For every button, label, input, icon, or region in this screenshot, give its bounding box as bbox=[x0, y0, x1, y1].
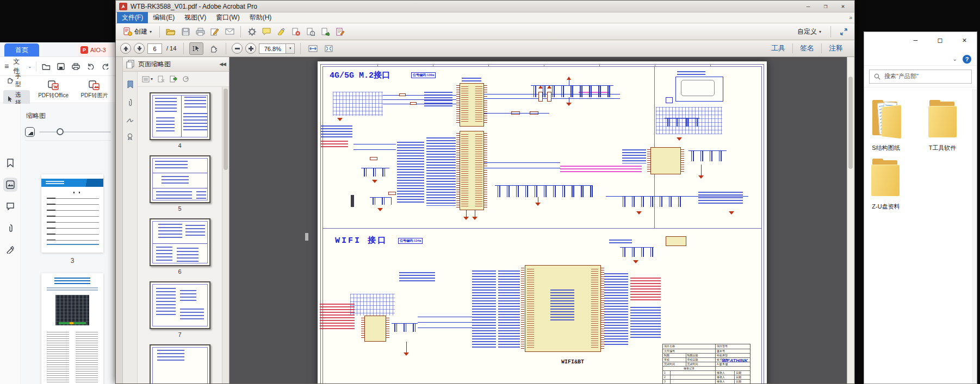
attachment-icon[interactable] bbox=[3, 221, 17, 235]
forms-icon[interactable] bbox=[333, 25, 346, 38]
thumbnail-size-slider[interactable] bbox=[39, 131, 111, 133]
page-thumbnail[interactable] bbox=[150, 155, 210, 203]
pdf-to-image-button[interactable]: PDF转图片 bbox=[77, 80, 112, 99]
create-button[interactable]: 创建 ▾ bbox=[120, 25, 155, 39]
attachments-icon[interactable] bbox=[127, 98, 133, 106]
tab-home[interactable]: 首页 bbox=[4, 43, 39, 56]
customize-button[interactable]: 自定义 ▾ bbox=[794, 25, 824, 39]
folder-item[interactable] bbox=[870, 99, 901, 142]
thumbnails-icon[interactable] bbox=[3, 178, 17, 192]
tb-cell: 日期 bbox=[734, 371, 750, 375]
hamburger-icon[interactable]: ≡ bbox=[4, 62, 9, 70]
slider-knob[interactable] bbox=[57, 128, 64, 135]
acrobat-titlebar[interactable]: WTB-RK3588_V01.pdf - Adobe Acrobat Pro —… bbox=[116, 1, 854, 12]
delete-pages-icon[interactable] bbox=[289, 25, 302, 38]
menu-window[interactable]: 窗口(W) bbox=[211, 12, 244, 23]
comment-icon[interactable] bbox=[3, 199, 17, 213]
fit-width-icon[interactable] bbox=[306, 42, 319, 55]
pdf-to-office-button[interactable]: PDF转Office bbox=[35, 80, 71, 99]
document-area: 4G/5G M.2接口 位号编码:130a bbox=[230, 57, 854, 383]
help-icon[interactable]: ? bbox=[963, 55, 971, 64]
insert-page-icon[interactable] bbox=[170, 75, 177, 83]
page-thumbnail[interactable] bbox=[150, 92, 210, 140]
sheet-name-label: WIFI&BT bbox=[561, 359, 584, 365]
sign-icon[interactable] bbox=[208, 25, 221, 38]
close-button[interactable]: ✕ bbox=[835, 2, 851, 11]
print-icon[interactable] bbox=[194, 25, 207, 38]
page-total-label: / 14 bbox=[166, 45, 176, 52]
pdf-doc-icon: P bbox=[80, 46, 88, 54]
delete-page-icon[interactable] bbox=[158, 75, 165, 83]
tab-document[interactable]: P AIO-3 bbox=[77, 43, 115, 56]
ribbon-collapse-icon[interactable]: ⌄ bbox=[953, 56, 957, 62]
explorer-scrollbar[interactable] bbox=[972, 89, 977, 383]
panel-options-icon[interactable]: ▾ bbox=[142, 76, 153, 83]
stamp-icon[interactable] bbox=[3, 243, 17, 257]
tab-tools[interactable]: 工具 bbox=[764, 43, 792, 53]
select-tool-button[interactable] bbox=[189, 42, 203, 55]
expand-icon[interactable] bbox=[837, 25, 850, 38]
minimize-button[interactable]: — bbox=[800, 2, 816, 11]
menu-view[interactable]: 视图(V) bbox=[179, 12, 211, 23]
rotate-page-icon[interactable] bbox=[182, 75, 189, 83]
zoom-in-button[interactable] bbox=[245, 43, 256, 54]
bookmarks-icon[interactable] bbox=[127, 80, 134, 89]
bookmark-icon[interactable] bbox=[3, 156, 17, 170]
page-thumbnail[interactable] bbox=[41, 174, 103, 253]
zoom-dropdown-button[interactable]: ▾ bbox=[286, 43, 295, 54]
page-number-label: 6 bbox=[178, 268, 181, 275]
zoom-out-button[interactable] bbox=[232, 43, 243, 54]
page-thumbnail[interactable] bbox=[150, 218, 210, 266]
certificates-icon[interactable] bbox=[127, 133, 133, 140]
menu-edit[interactable]: 编辑(E) bbox=[148, 12, 179, 23]
email-icon[interactable] bbox=[223, 25, 236, 38]
maximize-button[interactable]: ❐ bbox=[817, 2, 834, 11]
undo-icon[interactable] bbox=[85, 60, 96, 73]
tab-comment[interactable]: 注释 bbox=[821, 43, 850, 53]
folder-item[interactable] bbox=[870, 158, 901, 200]
create-label: 创建 bbox=[134, 27, 147, 36]
open-file-icon[interactable] bbox=[41, 60, 51, 73]
comment-icon[interactable] bbox=[260, 25, 273, 38]
highlight-icon[interactable] bbox=[275, 25, 288, 38]
save-icon[interactable] bbox=[179, 25, 192, 38]
left-app-sidebar bbox=[0, 104, 21, 384]
search-input[interactable]: 搜索"产品部" bbox=[869, 70, 972, 84]
collapse-panel-icon[interactable]: ◀◀ bbox=[219, 61, 226, 67]
export-icon[interactable] bbox=[319, 25, 332, 38]
open-icon[interactable] bbox=[164, 25, 177, 38]
scrollbar-thumb[interactable] bbox=[848, 77, 853, 169]
document-scrollbar[interactable] bbox=[847, 57, 854, 383]
previous-page-button[interactable] bbox=[120, 43, 131, 54]
tb-cell: 修改人 bbox=[715, 371, 734, 375]
page-thumbnail[interactable] bbox=[150, 344, 210, 383]
page-thumbnail[interactable] bbox=[41, 273, 103, 384]
print-icon[interactable] bbox=[71, 60, 81, 73]
tab-document-label: AIO-3 bbox=[90, 47, 106, 53]
gear-icon[interactable] bbox=[245, 25, 258, 38]
close-button[interactable]: ✕ bbox=[952, 32, 977, 47]
menu-overflow-icon[interactable]: » bbox=[849, 15, 852, 21]
hand-tool-button[interactable] bbox=[206, 42, 220, 55]
brand-logo: WEATHINK bbox=[722, 358, 748, 363]
menu-help[interactable]: 帮助(H) bbox=[245, 12, 277, 23]
zoom-level-input[interactable]: 76.8% bbox=[259, 43, 286, 54]
maximize-button[interactable]: □ bbox=[928, 32, 952, 47]
scrollbar-thumb[interactable] bbox=[224, 89, 228, 170]
minimize-button[interactable]: — bbox=[903, 32, 928, 47]
save-icon[interactable] bbox=[55, 60, 66, 73]
panel-scrollbar[interactable] bbox=[222, 87, 229, 383]
explorer-titlebar[interactable]: — □ ✕ bbox=[864, 32, 977, 53]
menu-file[interactable]: 文件(F) bbox=[117, 12, 148, 23]
extract-pages-icon[interactable] bbox=[304, 25, 317, 38]
hand-tool-button[interactable]: 手型 bbox=[3, 72, 30, 89]
next-page-button[interactable] bbox=[134, 43, 145, 54]
page-thumbnail[interactable] bbox=[150, 281, 210, 329]
page-number-input[interactable]: 6 bbox=[147, 43, 162, 54]
fit-page-icon[interactable] bbox=[322, 42, 335, 55]
signatures-icon[interactable] bbox=[126, 116, 134, 123]
tab-sign[interactable]: 签名 bbox=[792, 43, 821, 53]
page-number-label: 7 bbox=[178, 331, 181, 338]
redo-icon[interactable] bbox=[101, 60, 111, 73]
folder-item[interactable] bbox=[927, 99, 958, 142]
